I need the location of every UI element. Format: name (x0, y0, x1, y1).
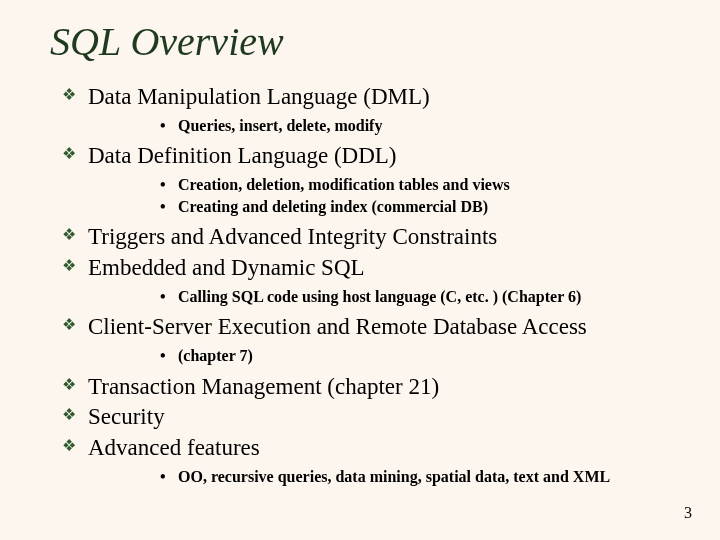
sub-list-item: Queries, insert, delete, modify (160, 115, 680, 137)
sub-list-item: (chapter 7) (160, 345, 680, 367)
list-item-text: Data Definition Language (DDL) (88, 143, 396, 168)
sub-list-item: Creation, deletion, modification tables … (160, 174, 680, 196)
slide: SQL Overview Data Manipulation Language … (0, 0, 720, 540)
list-item-text: Embedded and Dynamic SQL (88, 255, 365, 280)
list-item-text: Transaction Management (chapter 21) (88, 374, 439, 399)
list-item: Data Manipulation Language (DML) Queries… (62, 83, 680, 136)
sub-list-item: Calling SQL code using host language (C,… (160, 286, 680, 308)
list-item: Triggers and Advanced Integrity Constrai… (62, 223, 680, 252)
list-item-text: Security (88, 404, 165, 429)
list-item: Transaction Management (chapter 21) (62, 373, 680, 402)
list-item-text: Client-Server Execution and Remote Datab… (88, 314, 587, 339)
slide-title: SQL Overview (50, 18, 680, 65)
sub-list: Queries, insert, delete, modify (160, 115, 680, 137)
page-number: 3 (684, 504, 692, 522)
sub-list-item: Creating and deleting index (commercial … (160, 196, 680, 218)
sub-list: OO, recursive queries, data mining, spat… (160, 466, 680, 488)
sub-list: Calling SQL code using host language (C,… (160, 286, 680, 308)
bullet-list: Data Manipulation Language (DML) Queries… (62, 83, 680, 488)
list-item: Advanced features OO, recursive queries,… (62, 434, 680, 487)
list-item: Client-Server Execution and Remote Datab… (62, 313, 680, 366)
list-item-text: Triggers and Advanced Integrity Constrai… (88, 224, 497, 249)
sub-list: Creation, deletion, modification tables … (160, 174, 680, 217)
list-item-text: Data Manipulation Language (DML) (88, 84, 430, 109)
list-item: Data Definition Language (DDL) Creation,… (62, 142, 680, 217)
list-item: Security (62, 403, 680, 432)
list-item: Embedded and Dynamic SQL Calling SQL cod… (62, 254, 680, 307)
sub-list-item: OO, recursive queries, data mining, spat… (160, 466, 680, 488)
list-item-text: Advanced features (88, 435, 260, 460)
sub-list: (chapter 7) (160, 345, 680, 367)
